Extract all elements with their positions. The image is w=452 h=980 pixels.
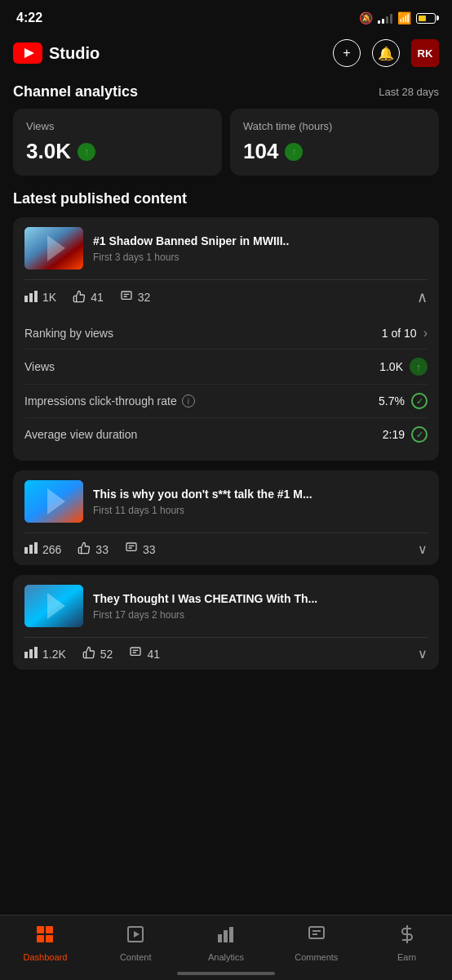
views-up-icon: ↑ bbox=[410, 358, 428, 376]
stat-views-2: 266 bbox=[24, 542, 61, 556]
content-card-1-header[interactable]: #1 Shadow Banned Sniper in MWIII.. First… bbox=[13, 217, 439, 279]
ctr-info-icon[interactable]: i bbox=[182, 394, 195, 408]
likes-count-2: 33 bbox=[95, 543, 109, 556]
comments-icon bbox=[307, 924, 326, 949]
svg-rect-23 bbox=[29, 649, 33, 658]
nav-analytics[interactable]: Analytics bbox=[181, 924, 272, 962]
watch-time-card-label: Watch time (hours) bbox=[243, 120, 426, 132]
nav-earn[interactable]: Earn bbox=[361, 924, 452, 962]
svg-rect-30 bbox=[37, 935, 44, 942]
svg-rect-7 bbox=[29, 293, 33, 302]
ctr-row: Impressions click-through rate i 5.7% ✓ bbox=[24, 385, 428, 418]
avg-duration-check-icon: ✓ bbox=[411, 426, 428, 443]
svg-rect-22 bbox=[24, 652, 28, 658]
latest-section: Latest published content bbox=[0, 190, 452, 670]
svg-rect-14 bbox=[24, 547, 28, 554]
stat-comments-3: 41 bbox=[129, 646, 160, 662]
thumbnail-2 bbox=[24, 480, 83, 523]
app-title: Studio bbox=[49, 44, 100, 63]
svg-rect-28 bbox=[37, 926, 44, 933]
views-detail-label: Views bbox=[24, 360, 55, 373]
avg-duration-value: 2:19 ✓ bbox=[383, 426, 428, 443]
home-indicator bbox=[177, 972, 275, 975]
nav-comments[interactable]: Comments bbox=[271, 924, 361, 962]
analytics-cards: Views 3.0K ↑ Watch time (hours) 104 ↑ bbox=[0, 109, 452, 190]
stats-row-1: 1K 41 bbox=[13, 280, 439, 314]
views-card-value: 3.0K bbox=[26, 139, 71, 164]
stat-likes-1: 41 bbox=[73, 290, 104, 305]
thumbnail-3 bbox=[24, 585, 83, 627]
notification-muted-icon: 🔕 bbox=[359, 11, 373, 24]
content-info-1: #1 Shadow Banned Sniper in MWIII.. First… bbox=[93, 234, 428, 263]
content-card-2: This is why you don't s**t talk the #1 M… bbox=[13, 470, 439, 565]
thumbs-up-icon-2 bbox=[78, 541, 91, 557]
svg-rect-15 bbox=[29, 545, 33, 554]
svg-rect-6 bbox=[24, 296, 28, 302]
avg-duration-row: Average view duration 2:19 ✓ bbox=[24, 418, 428, 451]
ctr-label: Impressions click-through rate i bbox=[24, 394, 195, 408]
thumbs-up-icon-1 bbox=[73, 290, 86, 305]
stat-likes-3: 52 bbox=[82, 646, 113, 662]
avatar-icon: RK bbox=[411, 39, 439, 67]
add-button[interactable]: + bbox=[333, 39, 361, 67]
nav-content[interactable]: Content bbox=[91, 924, 181, 962]
analytics-icon bbox=[216, 924, 236, 949]
signal-icon bbox=[378, 12, 392, 24]
svg-rect-36 bbox=[229, 927, 233, 942]
views-detail-row: Views 1.0K ↑ bbox=[24, 350, 428, 385]
nav-dashboard[interactable]: Dashboard bbox=[0, 924, 91, 962]
content-period-2: First 11 days 1 hours bbox=[93, 505, 428, 516]
thumbnail-1 bbox=[24, 227, 83, 270]
add-icon: + bbox=[343, 46, 350, 60]
views-count-3: 1.2K bbox=[42, 648, 66, 661]
bar-chart-icon-3 bbox=[24, 647, 38, 661]
ctr-check-icon: ✓ bbox=[411, 393, 428, 409]
avatar[interactable]: RK bbox=[411, 39, 439, 67]
content-card-3: They Thought I Was CHEATING With Th... F… bbox=[13, 575, 439, 670]
expand-button-2[interactable]: ∨ bbox=[418, 541, 428, 557]
svg-rect-29 bbox=[46, 926, 53, 933]
content-info-3: They Thought I Was CHEATING With Th... F… bbox=[93, 591, 428, 621]
ranking-row[interactable]: Ranking by views 1 of 10 › bbox=[24, 318, 428, 350]
content-card-3-header[interactable]: They Thought I Was CHEATING With Th... F… bbox=[13, 575, 439, 637]
watch-time-card-value-row: 104 ↑ bbox=[243, 139, 426, 164]
bell-icon: 🔔 bbox=[378, 46, 394, 61]
svg-rect-37 bbox=[309, 927, 324, 938]
views-count-2: 266 bbox=[42, 543, 61, 556]
content-title-1: #1 Shadow Banned Sniper in MWIII.. bbox=[93, 234, 428, 248]
svg-rect-35 bbox=[224, 930, 228, 942]
expand-button-3[interactable]: ∨ bbox=[418, 646, 428, 662]
app-header: Studio + 🔔 RK bbox=[0, 33, 452, 77]
svg-rect-25 bbox=[131, 648, 140, 655]
content-card-2-header[interactable]: This is why you don't s**t talk the #1 M… bbox=[13, 470, 439, 532]
content-period-1: First 3 days 1 hours bbox=[93, 252, 428, 263]
svg-rect-24 bbox=[34, 647, 38, 658]
comment-icon-1 bbox=[120, 290, 133, 305]
dashboard-icon bbox=[35, 924, 55, 949]
views-card[interactable]: Views 3.0K ↑ bbox=[13, 109, 222, 176]
status-icons: 🔕 📶 bbox=[359, 11, 436, 24]
content-period-3: First 17 days 2 hours bbox=[93, 609, 428, 621]
content-title-3: They Thought I Was CHEATING With Th... bbox=[93, 591, 428, 606]
nav-comments-label: Comments bbox=[295, 952, 338, 962]
bar-chart-icon-1 bbox=[24, 291, 38, 305]
avg-duration-label: Average view duration bbox=[24, 428, 137, 441]
content-title-2: This is why you don't s**t talk the #1 M… bbox=[93, 487, 428, 501]
comment-icon-2 bbox=[125, 541, 138, 557]
collapse-button-1[interactable]: ∧ bbox=[417, 288, 428, 306]
views-trend-icon: ↑ bbox=[78, 143, 95, 161]
watch-time-card[interactable]: Watch time (hours) 104 ↑ bbox=[230, 109, 439, 176]
nav-content-label: Content bbox=[120, 952, 152, 962]
content-info-2: This is why you don't s**t talk the #1 M… bbox=[93, 487, 428, 516]
views-card-label: Views bbox=[26, 120, 209, 132]
views-card-value-row: 3.0K ↑ bbox=[26, 139, 209, 164]
notifications-button[interactable]: 🔔 bbox=[372, 39, 400, 67]
likes-count-3: 52 bbox=[100, 648, 113, 661]
stats-row-3: 1.2K 52 bbox=[13, 638, 439, 670]
likes-count-1: 41 bbox=[91, 291, 104, 304]
comments-count-2: 33 bbox=[143, 543, 156, 556]
ranking-label: Ranking by views bbox=[24, 327, 113, 340]
svg-rect-16 bbox=[34, 542, 38, 554]
nav-earn-label: Earn bbox=[397, 952, 416, 962]
ranking-value: 1 of 10 › bbox=[382, 326, 428, 341]
